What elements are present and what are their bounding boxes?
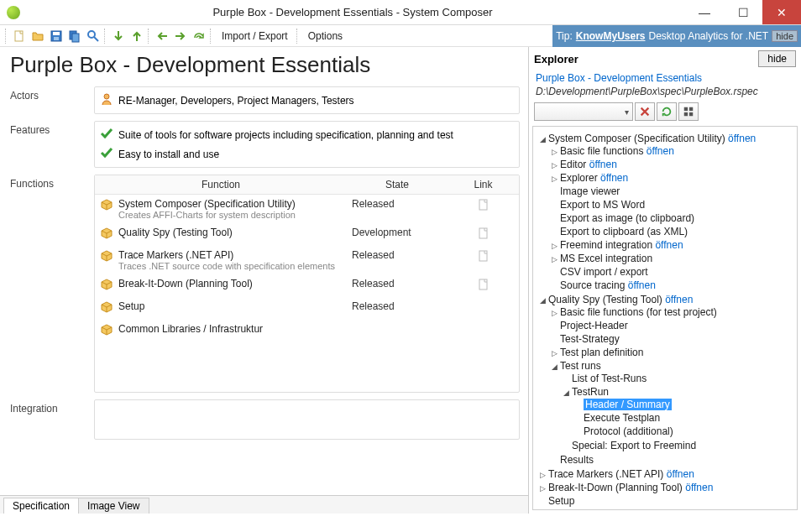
- svg-rect-10: [479, 228, 487, 238]
- document-icon[interactable]: [477, 253, 490, 265]
- tree-node[interactable]: CSV import / export: [550, 265, 793, 279]
- table-row[interactable]: Break-It-Down (Planning Tool)Released: [95, 274, 519, 297]
- redo-icon[interactable]: [191, 28, 207, 44]
- tree-node[interactable]: ◢Quality Spy (Testing Tool) öffnen ▷Basi…: [538, 293, 793, 467]
- tree-node[interactable]: ▷Test plan definition: [550, 346, 793, 359]
- function-link[interactable]: [448, 246, 519, 274]
- tree-node[interactable]: Special: Export to Freemind: [562, 439, 793, 452]
- svg-rect-12: [479, 279, 487, 289]
- close-button[interactable]: ✕: [762, 0, 801, 24]
- open-link[interactable]: öffnen: [647, 145, 674, 157]
- tree-node[interactable]: Image viewer: [550, 185, 793, 198]
- open-link[interactable]: öffnen: [600, 172, 628, 184]
- explorer-tree[interactable]: ◢System Composer (Specification Utility)…: [532, 126, 798, 510]
- tree-node[interactable]: ▷Explorer öffnen: [550, 171, 793, 185]
- tree-node[interactable]: ◢System Composer (Specification Utility)…: [538, 132, 793, 293]
- open-link[interactable]: öffnen: [685, 482, 713, 493]
- function-link[interactable]: [448, 274, 519, 297]
- tab-specification[interactable]: Specification: [3, 498, 79, 514]
- explorer-hide-button[interactable]: hide: [758, 50, 796, 67]
- minimize-button[interactable]: —: [685, 0, 724, 24]
- tree-node[interactable]: ◢TestRun Header / Summary Execute Testpl…: [562, 385, 793, 439]
- function-link[interactable]: [448, 223, 519, 246]
- tree-node-selected[interactable]: Header / Summary: [573, 398, 793, 411]
- arrow-down-icon[interactable]: [110, 28, 127, 44]
- table-row[interactable]: Trace Markers (.NET API)Traces .NET sour…: [95, 246, 519, 274]
- document-icon[interactable]: [477, 231, 490, 243]
- integration-body[interactable]: [94, 399, 520, 440]
- svg-line-7: [94, 37, 98, 41]
- actors-body[interactable]: RE-Manager, Developers, Project Managers…: [94, 86, 520, 114]
- tree-node[interactable]: ▷Trace Markers (.NET API) öffnen: [538, 467, 793, 481]
- tree-node[interactable]: ▷Basic file functions (for test project): [550, 305, 793, 319]
- tree-node[interactable]: ▷Break-It-Down (Planning Tool) öffnen: [538, 481, 793, 494]
- col-state[interactable]: State: [347, 175, 448, 195]
- maximize-button[interactable]: ☐: [724, 0, 762, 24]
- tree-node[interactable]: Export to clipboard (as XML): [550, 225, 793, 238]
- table-row[interactable]: Quality Spy (Testing Tool)Development: [95, 223, 519, 246]
- tip-hide-button[interactable]: hide: [772, 30, 798, 42]
- tree-node[interactable]: Protocol (additional): [573, 425, 793, 438]
- tree-node[interactable]: Setup: [538, 494, 793, 508]
- open-folder-icon[interactable]: [29, 28, 46, 44]
- box-icon: [100, 300, 113, 316]
- col-link[interactable]: Link: [448, 175, 519, 195]
- options-menu[interactable]: Options: [301, 30, 349, 42]
- check-icon: [100, 127, 113, 143]
- tree-node[interactable]: Source tracing öffnen: [550, 279, 793, 292]
- function-link[interactable]: [448, 195, 519, 224]
- open-link[interactable]: öffnen: [628, 279, 656, 291]
- open-link[interactable]: öffnen: [667, 468, 694, 480]
- search-icon[interactable]: [85, 28, 102, 44]
- save-icon[interactable]: [48, 28, 65, 44]
- function-name: Break-It-Down (Planning Tool): [118, 278, 253, 289]
- delete-button[interactable]: [635, 102, 655, 121]
- document-icon[interactable]: [477, 202, 490, 214]
- explorer-combo[interactable]: [534, 102, 633, 121]
- function-link: [448, 297, 519, 320]
- tree-node[interactable]: Common Libraries / Infrastruktur: [538, 508, 793, 510]
- tree-node[interactable]: ▷Basic file functions öffnen: [550, 144, 793, 158]
- tree-node[interactable]: ▷Editor öffnen: [550, 158, 793, 171]
- open-link[interactable]: öffnen: [655, 239, 683, 251]
- tree-node[interactable]: ▷MS Excel integration: [550, 252, 793, 265]
- col-function[interactable]: Function: [95, 175, 347, 195]
- tab-image-view[interactable]: Image View: [78, 498, 149, 514]
- grid-button[interactable]: [678, 102, 699, 121]
- function-desc: Traces .NET source code with specificati…: [118, 261, 335, 271]
- tree-node[interactable]: Export to MS Word: [550, 198, 793, 211]
- tree-node[interactable]: Export as image (to clipboard): [550, 211, 793, 225]
- arrow-left-icon[interactable]: [154, 28, 170, 44]
- refresh-button[interactable]: [657, 102, 677, 121]
- tree-node[interactable]: ▷Freemind integration öffnen: [550, 238, 793, 252]
- tree-node[interactable]: Test-Strategy: [550, 332, 793, 346]
- svg-rect-0: [15, 31, 23, 41]
- tree-node[interactable]: Project-Header: [550, 319, 793, 332]
- bottom-tabs: Specification Image View: [0, 495, 528, 514]
- function-name: System Composer (Specification Utility): [118, 198, 296, 210]
- table-row[interactable]: Common Libraries / Infrastruktur: [95, 320, 519, 342]
- tip-text: Desktop Analytics for .NET: [648, 30, 768, 42]
- table-row[interactable]: System Composer (Specification Utility)C…: [95, 195, 519, 224]
- explorer-title[interactable]: Purple Box - Development Essentials: [529, 70, 801, 86]
- open-link[interactable]: öffnen: [589, 159, 617, 170]
- copy-icon[interactable]: [66, 28, 83, 44]
- tree-node[interactable]: List of Test-Runs: [562, 372, 793, 385]
- features-body[interactable]: Suite of tools for software projects inc…: [94, 121, 520, 168]
- arrow-right-icon[interactable]: [172, 28, 189, 44]
- arrow-up-icon[interactable]: [128, 28, 145, 44]
- import-export-menu[interactable]: Import / Export: [215, 30, 295, 42]
- tree-node[interactable]: Results: [550, 453, 793, 467]
- function-name: Quality Spy (Testing Tool): [118, 227, 233, 238]
- tree-node[interactable]: Execute Testplan: [573, 411, 793, 425]
- open-link[interactable]: öffnen: [665, 294, 693, 305]
- tip-link[interactable]: KnowMyUsers: [576, 30, 646, 42]
- tree-node[interactable]: ◢Test runs List of Test-Runs ◢TestRun He…: [550, 359, 793, 453]
- document-icon[interactable]: [477, 282, 490, 294]
- new-file-icon[interactable]: [11, 28, 28, 44]
- functions-body[interactable]: Function State Link System Composer (Spe…: [94, 175, 520, 393]
- table-row[interactable]: SetupReleased: [95, 297, 519, 320]
- open-link[interactable]: öffnen: [728, 133, 756, 144]
- explorer-path: D:\Development\PurpleBox\spec\PurpleBox.…: [529, 86, 801, 101]
- svg-rect-16: [689, 112, 693, 116]
